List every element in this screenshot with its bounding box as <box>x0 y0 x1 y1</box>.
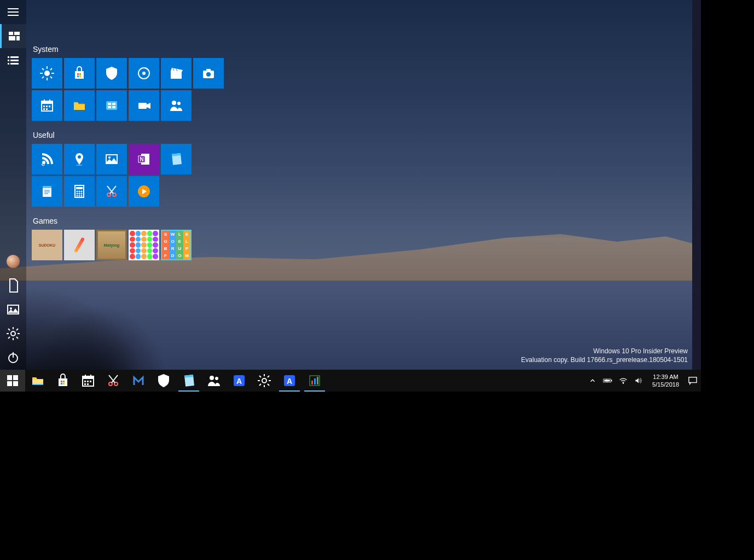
tile-store[interactable] <box>64 58 95 89</box>
svg-point-127 <box>623 383 624 384</box>
svg-rect-101 <box>90 375 91 377</box>
svg-point-15 <box>11 331 15 336</box>
svg-rect-102 <box>84 381 86 382</box>
svg-rect-4 <box>14 32 20 35</box>
taskbar-malwarebytes[interactable] <box>126 370 151 392</box>
tile-calendar[interactable] <box>32 90 62 121</box>
svg-rect-5 <box>9 36 15 40</box>
rail-all-apps[interactable] <box>0 48 26 72</box>
tile-dots-game[interactable] <box>129 230 159 260</box>
tile-onenote[interactable]: N <box>129 144 159 174</box>
tile-calculator[interactable] <box>64 176 95 207</box>
svg-rect-106 <box>87 383 89 385</box>
taskbar-file-explorer[interactable] <box>25 370 50 392</box>
svg-point-14 <box>10 307 12 310</box>
svg-rect-48 <box>106 101 117 110</box>
tile-media-player[interactable] <box>129 176 159 207</box>
svg-rect-103 <box>87 381 89 382</box>
tile-maps[interactable] <box>64 144 95 174</box>
tray-battery-icon[interactable] <box>603 376 613 386</box>
taskbar-app-a[interactable]: A <box>227 370 252 392</box>
svg-rect-7 <box>8 56 9 58</box>
svg-line-26 <box>42 77 44 78</box>
svg-point-81 <box>79 195 80 197</box>
taskbar-start[interactable] <box>0 370 25 392</box>
tray-notifications-icon[interactable] <box>688 376 698 386</box>
svg-rect-99 <box>83 376 94 379</box>
tile-video[interactable] <box>129 90 159 121</box>
taskbar-notepad[interactable] <box>176 370 201 392</box>
taskbar-people[interactable] <box>201 370 227 392</box>
svg-rect-27 <box>77 73 79 75</box>
taskbar-defender[interactable] <box>151 370 176 392</box>
svg-rect-97 <box>63 383 65 384</box>
taskbar-settings[interactable] <box>252 370 277 392</box>
svg-rect-8 <box>10 56 19 58</box>
svg-rect-2 <box>8 15 19 16</box>
svg-point-18 <box>44 71 50 76</box>
svg-rect-44 <box>46 106 48 107</box>
svg-text:N: N <box>140 156 143 162</box>
clock[interactable]: 12:39 AM5/15/2018 <box>649 373 682 388</box>
svg-point-117 <box>262 378 266 383</box>
rail-documents[interactable] <box>0 273 26 298</box>
taskbar-app-a2[interactable]: A <box>277 370 302 392</box>
group-title-useful[interactable]: Useful <box>33 131 224 139</box>
tile-photos[interactable] <box>96 144 127 174</box>
svg-point-74 <box>77 191 78 192</box>
taskbar-snip[interactable] <box>101 370 126 392</box>
tile-files[interactable] <box>64 90 95 121</box>
tile-settings[interactable] <box>32 58 62 89</box>
tile-wordpad[interactable] <box>32 176 62 207</box>
rail-user[interactable] <box>0 249 26 273</box>
svg-rect-89 <box>13 375 18 380</box>
svg-text:A: A <box>236 377 242 386</box>
svg-rect-43 <box>43 106 45 107</box>
rail-settings[interactable] <box>0 322 26 346</box>
windows-watermark: Windows 10 Pro Insider Preview Evaluatio… <box>521 347 688 364</box>
tile-rss[interactable] <box>32 144 62 174</box>
svg-line-23 <box>42 68 44 70</box>
taskbar-calendar[interactable] <box>76 370 101 392</box>
group-title-system[interactable]: System <box>33 45 224 54</box>
svg-point-37 <box>206 72 211 77</box>
svg-rect-105 <box>84 383 86 385</box>
tile-disc[interactable] <box>129 58 159 89</box>
tile-mahjong[interactable]: Mahjong <box>96 230 127 260</box>
tile-camera[interactable] <box>193 58 224 89</box>
svg-rect-45 <box>49 106 50 107</box>
rail-hamburger[interactable] <box>0 0 26 24</box>
tray-volume-icon[interactable] <box>634 376 643 386</box>
rail-pictures[interactable] <box>0 298 26 322</box>
tile-notepad[interactable] <box>161 144 192 174</box>
svg-rect-9 <box>8 60 9 61</box>
rail-power[interactable] <box>0 346 26 370</box>
svg-point-114 <box>215 377 218 380</box>
svg-rect-12 <box>10 63 19 65</box>
svg-point-55 <box>177 102 181 105</box>
svg-rect-6 <box>16 36 20 40</box>
svg-point-59 <box>76 165 83 166</box>
svg-rect-95 <box>63 381 65 382</box>
tile-people[interactable] <box>161 90 192 121</box>
taskbar-app-chart[interactable] <box>302 370 327 392</box>
tile-pencil-game[interactable] <box>64 230 95 260</box>
taskbar-store[interactable] <box>50 370 76 392</box>
tray-wifi-icon[interactable] <box>618 376 628 386</box>
tile-security[interactable] <box>96 58 127 89</box>
svg-rect-68 <box>43 186 51 188</box>
svg-rect-128 <box>689 377 697 383</box>
tile-sudoku[interactable]: SUDOKU <box>32 230 62 260</box>
svg-rect-126 <box>611 380 612 382</box>
tile-control-panel[interactable] <box>96 90 127 121</box>
system-tray: 12:39 AM5/15/2018 <box>584 373 701 388</box>
rail-pinned[interactable] <box>0 24 26 48</box>
svg-rect-53 <box>138 103 147 109</box>
group-title-games[interactable]: Games <box>33 217 224 225</box>
tile-movies[interactable] <box>161 58 192 89</box>
tile-snip[interactable] <box>96 176 127 207</box>
tile-word-game[interactable]: SWLEGOELBRUPFDOM <box>161 230 192 260</box>
svg-point-75 <box>79 191 80 192</box>
scrollbar[interactable] <box>692 0 701 390</box>
tray-chevron-up-icon[interactable] <box>588 376 598 386</box>
